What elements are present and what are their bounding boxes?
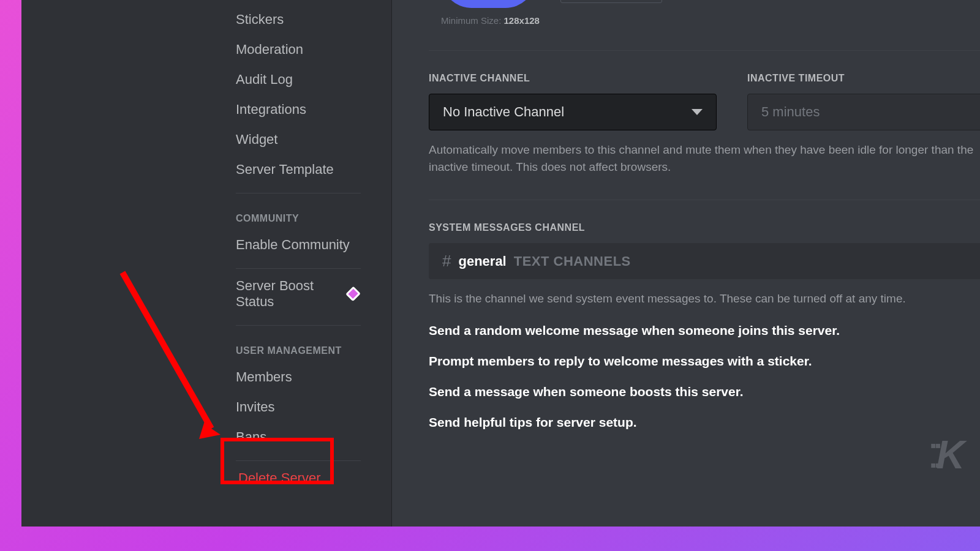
sidebar-item-server-template[interactable]: Server Template: [230, 155, 367, 184]
divider: [236, 268, 361, 269]
settings-window: Stickers Moderation Audit Log Integratio…: [21, 0, 980, 527]
user-management-header: USER MANAGEMENT: [230, 328, 367, 362]
inactive-timeout-label: INACTIVE TIMEOUT: [747, 73, 980, 84]
sidebar-item-integrations[interactable]: Integrations: [230, 95, 367, 124]
select-value: No Inactive Channel: [443, 104, 564, 120]
sidebar-item-stickers[interactable]: Stickers: [230, 5, 367, 34]
sidebar-item-audit-log[interactable]: Audit Log: [230, 65, 367, 94]
min-size-hint: Minimum Size: 128x128: [441, 15, 980, 26]
toggle-setup-tips[interactable]: Send helpful tips for server setup.: [429, 415, 980, 430]
system-messages-channel-select[interactable]: # general TEXT CHANNELS: [429, 243, 980, 279]
sidebar-item-members[interactable]: Members: [230, 362, 367, 392]
sidebar-item-label: Server Boost Status: [236, 278, 348, 310]
divider: [429, 200, 980, 200]
sidebar-item-boost-status[interactable]: Server Boost Status: [230, 271, 367, 317]
select-value: 5 minutes: [761, 104, 820, 120]
sidebar-item-bans[interactable]: Bans: [230, 422, 367, 452]
upload-image-button[interactable]: Upload Image: [560, 0, 662, 3]
sidebar-item-delete-server[interactable]: Delete Server: [230, 463, 367, 493]
toggle-welcome-message[interactable]: Send a random welcome message when someo…: [429, 323, 980, 338]
channel-name: general: [458, 253, 506, 269]
toggle-boost-message[interactable]: Send a message when someone boosts this …: [429, 384, 980, 399]
system-messages-help: This is the channel we send system event…: [429, 290, 980, 307]
sidebar-item-widget[interactable]: Widget: [230, 125, 367, 154]
sidebar-item-invites[interactable]: Invites: [230, 392, 367, 422]
inactive-channel-select[interactable]: No Inactive Channel: [429, 94, 717, 130]
inactive-timeout-select[interactable]: 5 minutes: [747, 94, 980, 130]
settings-content: Upload Image Minimum Size: 128x128 INACT…: [392, 0, 980, 527]
system-messages-label: SYSTEM MESSAGES CHANNEL: [429, 222, 980, 233]
community-header: COMMUNITY: [230, 196, 367, 230]
divider: [236, 325, 361, 326]
inactive-channel-label: INACTIVE CHANNEL: [429, 73, 717, 84]
inactive-help-text: Automatically move members to this chann…: [429, 141, 980, 175]
sidebar-item-moderation[interactable]: Moderation: [230, 35, 367, 64]
chevron-down-icon: [692, 109, 703, 115]
divider: [236, 460, 361, 461]
divider: [429, 50, 980, 51]
watermark-logo: ▪▪▪▪K: [930, 432, 965, 478]
settings-sidebar: Stickers Moderation Audit Log Integratio…: [21, 0, 392, 527]
sidebar-item-enable-community[interactable]: Enable Community: [230, 230, 367, 260]
hash-icon: #: [442, 252, 451, 271]
channel-category: TEXT CHANNELS: [514, 253, 631, 269]
toggle-welcome-sticker[interactable]: Prompt members to reply to welcome messa…: [429, 354, 980, 369]
server-avatar[interactable]: [441, 0, 536, 8]
divider: [236, 193, 361, 193]
